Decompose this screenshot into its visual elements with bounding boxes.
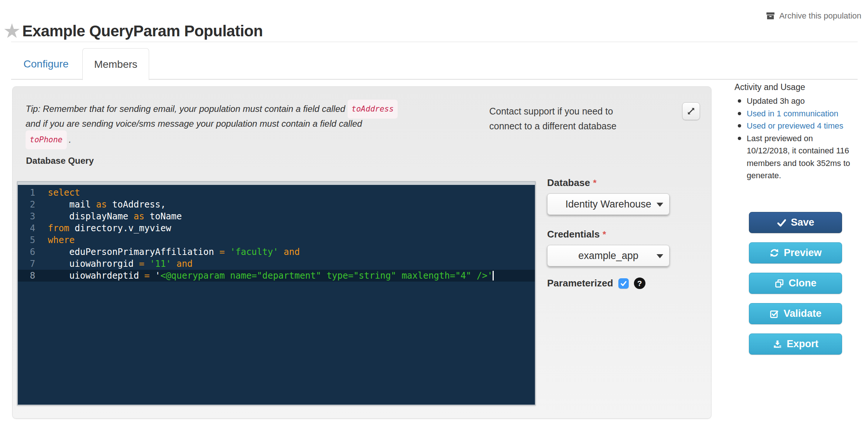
activity-link-item[interactable]: Used in 1 communication xyxy=(734,107,850,120)
code-line-4[interactable]: 4from directory.v_myview xyxy=(18,222,535,234)
button-label: Validate xyxy=(783,308,821,319)
code-text: mail as toAddress, xyxy=(48,199,166,210)
required-asterisk: * xyxy=(593,178,596,188)
to-phone-code-chip: toPhone xyxy=(26,130,67,149)
export-button[interactable]: Export xyxy=(749,333,842,355)
code-text: where xyxy=(48,235,75,245)
save-button[interactable]: Save xyxy=(749,212,842,233)
population-page: Archive this population Example QueryPar… xyxy=(0,0,868,435)
question-circle-icon[interactable] xyxy=(634,278,645,289)
page-title: Example QueryParam Population xyxy=(22,22,263,40)
database-select[interactable]: Identity Warehouse xyxy=(547,193,670,215)
archive-box-icon xyxy=(766,11,775,21)
tip-line1: Tip: Remember that for sending email, yo… xyxy=(26,102,345,116)
required-asterisk: * xyxy=(603,229,606,239)
line-number: 7 xyxy=(18,258,35,270)
code-line-5[interactable]: 5where xyxy=(18,234,535,246)
configure-panel: Tip: Remember that for sending email, yo… xyxy=(12,86,711,419)
action-buttons: SavePreviewCloneValidateExport xyxy=(749,212,842,364)
credentials-field-label: Credentials* xyxy=(547,229,606,240)
tip-line2: and if you are sending voice/sms message… xyxy=(26,116,362,131)
activity-item: Last previewed on 10/12/2018, it contain… xyxy=(734,132,850,182)
validate-button[interactable]: Validate xyxy=(749,303,842,324)
code-text: eduPersonPrimaryAffiliation = 'faculty' … xyxy=(48,247,300,257)
activity-item: Updated 3h ago xyxy=(734,95,850,107)
code-text: select xyxy=(48,187,80,198)
code-line-3[interactable]: 3 displayName as toName xyxy=(18,210,535,222)
expand-editor-button[interactable] xyxy=(682,102,700,120)
tab-configure[interactable]: Configure xyxy=(15,48,77,80)
code-text: from directory.v_myview xyxy=(48,223,171,233)
sql-query-editor[interactable]: 1select2 mail as toAddress,3 displayName… xyxy=(17,181,536,405)
button-label: Preview xyxy=(784,247,822,259)
credentials-select-value: example_app xyxy=(578,250,638,262)
database-query-label: Database Query xyxy=(26,156,94,166)
contact-support-note: Contact support if you need to connect t… xyxy=(489,104,660,133)
parameterized-row: Parameterized xyxy=(547,278,645,289)
code-rows: 1select2 mail as toAddress,3 displayName… xyxy=(18,185,535,282)
title-divider xyxy=(11,41,858,42)
code-text: uiowahrdeptid = '<@queryparam name="depa… xyxy=(48,270,494,281)
line-number: 3 xyxy=(18,210,35,222)
button-label: Export xyxy=(787,338,819,350)
preview-button[interactable]: Preview xyxy=(749,242,842,263)
favorite-star-icon[interactable] xyxy=(3,21,21,41)
tip-line3-suffix: . xyxy=(69,132,72,147)
parameterized-checkbox[interactable] xyxy=(618,278,629,289)
tab-members[interactable]: Members xyxy=(82,48,149,80)
code-line-7[interactable]: 7 uiowahrorgid = '11' and xyxy=(18,258,535,270)
line-number: 2 xyxy=(18,199,35,210)
activity-usage-heading: Activity and Usage xyxy=(734,82,805,92)
line-number: 5 xyxy=(18,234,35,246)
chevron-down-icon xyxy=(657,254,663,258)
button-label: Save xyxy=(791,217,814,228)
database-field-label: Database* xyxy=(547,177,596,189)
code-line-2[interactable]: 2 mail as toAddress, xyxy=(18,199,535,210)
database-select-value: Identity Warehouse xyxy=(565,199,651,210)
editor-top-strip xyxy=(18,182,535,185)
clone-icon xyxy=(775,279,784,288)
code-text: displayName as toName xyxy=(48,211,182,222)
clone-button[interactable]: Clone xyxy=(749,273,842,294)
code-text: uiowahrorgid = '11' and xyxy=(48,259,193,269)
chevron-down-icon xyxy=(657,203,663,207)
line-number: 1 xyxy=(18,187,35,199)
archive-population-link[interactable]: Archive this population xyxy=(766,11,861,21)
tip-text: Tip: Remember that for sending email, yo… xyxy=(26,102,489,148)
line-number: 6 xyxy=(18,246,35,258)
button-label: Clone xyxy=(789,278,816,289)
to-address-code-chip: toAddress xyxy=(348,100,398,119)
expand-icon xyxy=(686,106,696,116)
refresh-icon xyxy=(769,248,779,258)
code-line-6[interactable]: 6 eduPersonPrimaryAffiliation = 'faculty… xyxy=(18,246,535,258)
code-line-1[interactable]: 1select xyxy=(18,187,535,199)
parameterized-label: Parameterized xyxy=(547,278,613,289)
credentials-select[interactable]: example_app xyxy=(547,245,670,266)
activity-list: Updated 3h agoUsed in 1 communicationUse… xyxy=(734,95,850,182)
export-icon xyxy=(773,339,782,349)
contact-note-line1: Contact support if you need to xyxy=(489,104,660,119)
text-cursor xyxy=(493,271,494,280)
line-number: 8 xyxy=(18,270,35,282)
contact-note-line2: connect to a different database xyxy=(489,119,660,133)
code-line-8[interactable]: 8 uiowahrdeptid = '<@queryparam name="de… xyxy=(18,270,535,282)
check-icon xyxy=(777,218,786,228)
activity-link-item[interactable]: Used or previewed 4 times xyxy=(734,120,850,132)
validate-icon xyxy=(769,309,779,319)
line-number: 4 xyxy=(18,222,35,234)
archive-link-label: Archive this population xyxy=(779,11,861,21)
